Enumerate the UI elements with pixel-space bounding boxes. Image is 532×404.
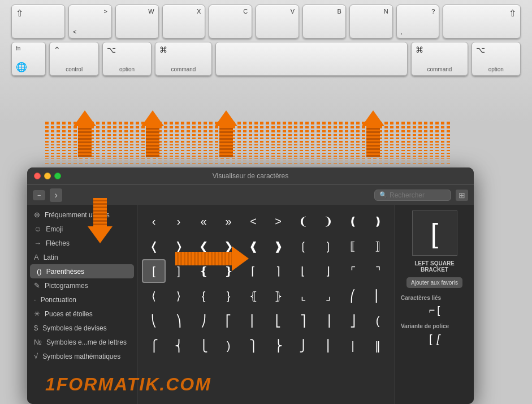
- minimize-button[interactable]: [44, 173, 51, 179]
- char-cell[interactable]: ❬: [142, 234, 166, 258]
- key-command[interactable]: ⌘ command: [155, 42, 211, 76]
- char-cell[interactable]: (: [366, 309, 390, 333]
- char-cell[interactable]: ⦃: [241, 284, 265, 308]
- char-cell[interactable]: ⌜: [341, 259, 365, 283]
- char-cell[interactable]: ‖: [366, 334, 390, 358]
- key-command-right[interactable]: ⌘ command: [411, 42, 468, 76]
- char-cell[interactable]: ⎣: [266, 309, 290, 333]
- key-shift-right[interactable]: ⇧: [443, 5, 521, 38]
- font-variant-2[interactable]: [: [437, 333, 440, 346]
- key-shift-left[interactable]: ⇧: [11, 5, 65, 38]
- sidebar-item-parentheses[interactable]: () Parenthèses: [30, 264, 134, 278]
- command-label: command: [171, 66, 196, 72]
- key-b[interactable]: B: [302, 5, 346, 38]
- char-cell[interactable]: ❩: [316, 209, 340, 233]
- sidebar-item-math[interactable]: √ Symboles mathématiques: [27, 349, 137, 363]
- key-option[interactable]: ⌥ option: [102, 42, 152, 76]
- maximize-button[interactable]: [54, 173, 61, 179]
- char-cell[interactable]: ⎩: [192, 334, 215, 358]
- grid-view-button[interactable]: ⊞: [456, 190, 468, 201]
- char-cell[interactable]: ⎬: [266, 334, 290, 358]
- arrow-space-head: [362, 110, 384, 126]
- key-space[interactable]: [215, 42, 408, 76]
- key-control[interactable]: ⌃ control: [49, 42, 98, 76]
- search-input[interactable]: [390, 191, 446, 199]
- char-cell[interactable]: }: [217, 284, 240, 308]
- key-n[interactable]: N: [349, 5, 393, 38]
- char-cell[interactable]: ⎫: [241, 334, 265, 358]
- char-cell[interactable]: >: [266, 209, 290, 233]
- globe-icon: 🌐: [16, 62, 27, 72]
- char-cell[interactable]: ⟨: [142, 284, 166, 308]
- frequents-icon: ⊕: [34, 210, 40, 219]
- char-cell-selected[interactable]: [: [142, 259, 166, 283]
- char-cell[interactable]: |: [341, 334, 365, 358]
- char-cell[interactable]: ⎡: [217, 309, 240, 333]
- char-cell[interactable]: ⌋: [316, 259, 340, 283]
- key-x[interactable]: X: [162, 5, 206, 38]
- char-cell[interactable]: ⎛: [341, 284, 365, 308]
- minus-button[interactable]: −: [33, 190, 45, 200]
- char-cell[interactable]: ❪: [341, 209, 365, 233]
- char-cell[interactable]: ⎜: [366, 284, 390, 308]
- keyboard-row-2: fn 🌐 ⌃ control ⌥ option ⌘ command ⌘ comm…: [0, 42, 532, 76]
- char-cell[interactable]: ⎢: [241, 309, 265, 333]
- key-angle[interactable]: > <: [68, 5, 112, 38]
- char-cell[interactable]: ❫: [366, 209, 390, 233]
- related-char-2[interactable]: [: [437, 304, 440, 316]
- sidebar-item-emoji[interactable]: ☺ Emoji: [27, 222, 137, 236]
- add-favorites-button[interactable]: Ajouter aux favoris: [406, 277, 462, 288]
- char-cell[interactable]: ❳: [316, 234, 340, 258]
- char-cell[interactable]: ⌞: [291, 284, 315, 308]
- sidebar-item-letterlike[interactable]: № Symboles e...me de lettres: [27, 335, 137, 349]
- char-cell[interactable]: ⟦: [341, 234, 365, 258]
- key-option-right[interactable]: ⌥ option: [472, 42, 521, 76]
- char-cell[interactable]: ⎦: [341, 309, 365, 333]
- char-cell[interactable]: ⌊: [291, 259, 315, 283]
- close-button[interactable]: [34, 173, 41, 179]
- sidebar-item-pictograms[interactable]: ✎ Pictogrammes: [27, 278, 137, 293]
- font-variant-1[interactable]: [: [429, 333, 432, 346]
- char-cell[interactable]: ⎠: [192, 309, 215, 333]
- char-cell[interactable]: ⎝: [142, 309, 166, 333]
- key-v[interactable]: V: [256, 5, 299, 38]
- sidebar-item-currency[interactable]: $ Symboles de devises: [27, 321, 137, 335]
- char-cell[interactable]: ⎤: [291, 309, 315, 333]
- char-cell[interactable]: ⦄: [266, 284, 290, 308]
- char-cell[interactable]: ⎨: [167, 334, 191, 358]
- char-row-5: ⎝ ⎞ ⎠ ⎡ ⎢ ⎣ ⎤ ⎥ ⎦ (: [142, 309, 390, 333]
- char-cell[interactable]: ⌉: [266, 259, 290, 283]
- sidebar-item-latin[interactable]: A Latin: [27, 250, 137, 264]
- key-fn[interactable]: fn 🌐: [11, 42, 46, 76]
- char-cell[interactable]: <: [241, 209, 265, 233]
- char-cell[interactable]: ⎥: [316, 309, 340, 333]
- sidebar-item-frequents[interactable]: ⊕ Fréquemment utilisés: [27, 208, 137, 222]
- char-cell[interactable]: ❨: [291, 209, 315, 233]
- char-cell[interactable]: ❱: [266, 234, 290, 258]
- sidebar-item-arrows[interactable]: → Flèches: [27, 236, 137, 250]
- char-cell[interactable]: «: [192, 209, 215, 233]
- key-question[interactable]: ? ,: [396, 5, 440, 38]
- chevron-button[interactable]: ›: [50, 188, 62, 202]
- char-cell[interactable]: ⎭: [291, 334, 315, 358]
- arrow-control: [73, 110, 96, 157]
- char-cell[interactable]: ⟩: [167, 284, 191, 308]
- char-cell[interactable]: ): [217, 334, 240, 358]
- related-char-1[interactable]: ⌐: [429, 304, 435, 316]
- char-cell[interactable]: ❲: [291, 234, 315, 258]
- char-row-1: ‹ › « » < > ❨ ❩ ❪ ❫: [142, 209, 390, 233]
- char-cell[interactable]: ⎧: [142, 334, 166, 358]
- char-cell[interactable]: ⌝: [366, 259, 390, 283]
- key-c[interactable]: C: [209, 5, 252, 38]
- char-cell[interactable]: ⎮: [316, 334, 340, 358]
- char-cell[interactable]: {: [192, 284, 215, 308]
- sidebar-item-bullets[interactable]: ✳ Puces et étoiles: [27, 307, 137, 321]
- char-cell[interactable]: ⟧: [366, 234, 390, 258]
- char-cell[interactable]: ⎞: [167, 309, 191, 333]
- key-w[interactable]: W: [115, 5, 159, 38]
- char-cell[interactable]: ‹: [142, 209, 166, 233]
- char-cell[interactable]: ›: [167, 209, 191, 233]
- sidebar-item-punctuation[interactable]: · Ponctuation: [27, 293, 137, 307]
- char-cell[interactable]: ⌟: [316, 284, 340, 308]
- char-cell[interactable]: »: [217, 209, 240, 233]
